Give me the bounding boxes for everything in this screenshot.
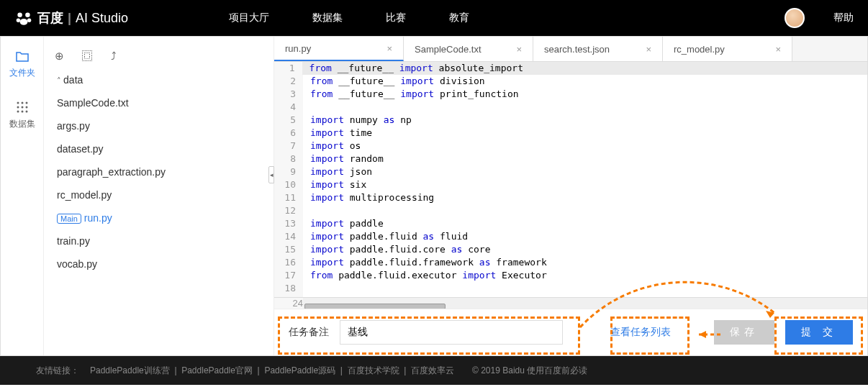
footer-link[interactable]: PaddlePaddle源码 — [264, 365, 335, 375]
file-item[interactable]: Mainrun.py — [44, 206, 273, 229]
task-note-label: 任务备注 — [289, 326, 329, 339]
main-nav: 项目大厅 数据集 比赛 教育 — [229, 12, 469, 24]
footer-link[interactable]: 百度技术学院 — [348, 365, 399, 375]
new-file-icon[interactable]: ⊕ — [55, 50, 64, 63]
folder-data[interactable]: data — [44, 68, 273, 91]
editor-area: ◂ run.py×SampleCode.txt×search.test.json… — [274, 37, 867, 355]
workspace: 文件夹 数据集 ⊕ ⿴ ⤴ data SampleCode.txtargs.py… — [0, 36, 868, 356]
svg-point-0 — [17, 12, 22, 17]
close-icon[interactable]: × — [386, 43, 392, 54]
nav-help[interactable]: 帮助 — [833, 12, 854, 24]
footer-link[interactable]: 百度效率云 — [411, 365, 454, 375]
footer-copyright: © 2019 Baidu 使用百度前必读 — [472, 365, 587, 377]
file-panel: ⊕ ⿴ ⤴ data SampleCode.txtargs.pydataset.… — [44, 37, 274, 355]
submit-button[interactable]: 提 交 — [785, 320, 853, 345]
close-icon[interactable]: × — [646, 44, 651, 55]
close-icon[interactable]: × — [516, 44, 522, 55]
svg-point-1 — [25, 12, 30, 17]
sidebar: 文件夹 数据集 — [1, 37, 44, 355]
file-item[interactable]: SampleCode.txt — [44, 91, 273, 114]
svg-point-5 — [17, 102, 19, 104]
file-item[interactable]: args.py — [44, 114, 273, 137]
code-editor[interactable]: 1from __future__ import absolute_import2… — [274, 62, 867, 297]
upload-icon[interactable]: ⤴ — [111, 50, 117, 63]
brand-en: AI Studio — [76, 11, 128, 26]
sidebar-files[interactable]: 文件夹 — [9, 51, 35, 79]
folder-icon — [15, 51, 30, 63]
editor-tab[interactable]: SampleCode.txt× — [404, 37, 533, 61]
editor-tabs: run.py×SampleCode.txt×search.test.json×r… — [274, 37, 867, 62]
file-toolbar: ⊕ ⿴ ⤴ — [44, 44, 273, 68]
footer: 友情链接： PaddlePaddle训练营 | PaddlePaddle官网 |… — [0, 356, 868, 385]
file-item[interactable]: vocab.py — [44, 252, 273, 276]
sidebar-datasets[interactable]: 数据集 — [9, 101, 35, 130]
svg-point-11 — [17, 111, 19, 113]
top-header: 百度 | AI Studio 项目大厅 数据集 比赛 教育 帮助 — [0, 0, 868, 36]
save-button[interactable]: 保存 — [714, 320, 774, 345]
footer-link[interactable]: PaddlePaddle官网 — [181, 365, 253, 375]
logo[interactable]: 百度 | AI Studio — [14, 9, 128, 27]
paw-icon — [14, 9, 33, 27]
nav-datasets[interactable]: 数据集 — [312, 12, 343, 24]
editor-tab[interactable]: rc_model.py× — [663, 37, 792, 61]
editor-tab[interactable]: search.test.json× — [533, 37, 663, 61]
file-item[interactable]: dataset.py — [44, 137, 273, 160]
file-item[interactable]: rc_model.py — [44, 183, 273, 206]
svg-point-9 — [21, 106, 23, 109]
grid-icon — [16, 101, 29, 114]
nav-projects[interactable]: 项目大厅 — [229, 12, 269, 24]
svg-point-6 — [21, 102, 23, 104]
svg-point-4 — [20, 19, 28, 25]
nav-education[interactable]: 教育 — [449, 12, 469, 24]
view-task-list-link[interactable]: 查看任务列表 — [610, 326, 671, 339]
svg-point-13 — [25, 111, 27, 113]
new-folder-icon[interactable]: ⿴ — [82, 50, 93, 63]
svg-point-2 — [17, 19, 20, 22]
svg-point-10 — [25, 106, 27, 109]
footer-label: 友情链接： — [36, 365, 79, 377]
footer-link[interactable]: PaddlePaddle训练营 — [90, 365, 170, 375]
svg-point-7 — [25, 102, 27, 104]
collapse-handle[interactable]: ◂ — [268, 166, 274, 183]
nav-competitions[interactable]: 比赛 — [386, 12, 406, 24]
horizontal-scrollbar[interactable]: 24 — [274, 297, 867, 309]
task-bar: 任务备注 查看任务列表 保存 提 交 — [274, 309, 867, 355]
editor-tab[interactable]: run.py× — [274, 37, 404, 61]
svg-point-12 — [21, 111, 23, 113]
task-note-input[interactable] — [340, 320, 563, 345]
svg-point-3 — [27, 19, 31, 22]
svg-point-8 — [17, 106, 19, 109]
avatar[interactable] — [785, 8, 805, 28]
close-icon[interactable]: × — [775, 44, 781, 55]
brand-cn: 百度 — [37, 9, 63, 27]
file-item[interactable]: paragraph_extraction.py — [44, 160, 273, 183]
file-item[interactable]: train.py — [44, 229, 273, 252]
